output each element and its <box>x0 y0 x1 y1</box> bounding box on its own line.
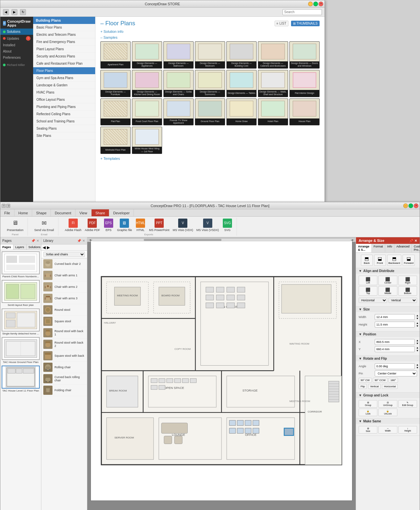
ribbon-btn-ms-powerpoint[interactable]: PPT MS PowerPoint <box>148 218 171 232</box>
pro-minimize[interactable]: — <box>403 203 408 208</box>
arrange-tab-arrange[interactable]: Arrange & S... <box>356 244 372 252</box>
ribbon-tab-document[interactable]: Document <box>51 209 75 216</box>
ribbon-btn-graphic[interactable]: 🖼 Graphic file <box>116 218 134 232</box>
order-btn-front[interactable]: ⬓ Front <box>374 255 386 266</box>
nav-item-ceiling[interactable]: Reflected Ceiling Plans <box>33 111 95 118</box>
nav-item-school[interactable]: School and Training Plans <box>33 118 95 125</box>
thumb-tables[interactable]: Design Elements — Tables <box>226 70 257 97</box>
ribbon-tab-share[interactable]: Share <box>92 209 109 216</box>
ribbon-tab-developer[interactable]: Developer <box>109 209 134 216</box>
ribbon-tab-shape[interactable]: Shape <box>32 209 51 216</box>
thumb-sofas-chairs[interactable]: Design Elements — Sofas and Chairs <box>163 70 194 97</box>
y-up-arrow[interactable]: ▲ <box>416 347 419 349</box>
align-btn-bottom[interactable]: ⬛ Bottom <box>398 286 417 296</box>
samples-toggle[interactable]: – Samples <box>100 35 320 39</box>
y-input[interactable] <box>375 346 415 352</box>
nav-item-landscape[interactable]: Landscape & Garden <box>33 82 95 89</box>
lib-item-rolling-chair[interactable]: Rolling chair <box>41 362 87 373</box>
thumb-food-court[interactable]: Food Court Floor Plan <box>132 98 162 126</box>
thumb-flat-plan[interactable]: Flat Plan <box>100 98 131 126</box>
ribbon-btn-eps[interactable]: EPS EPS <box>102 218 115 232</box>
lib-item-chair-with-arms-1[interactable]: Chair with arms 1 <box>41 270 87 281</box>
thumb-walls[interactable]: Design Elements — Walls, Shell and Struc… <box>258 70 288 97</box>
lib-item-chair-with-arms-2[interactable]: Chair with arms 2 <box>41 281 87 293</box>
flip-horizontal-button[interactable]: Horizontal <box>382 384 398 389</box>
lock-button[interactable]: 🔒 Lock <box>359 409 377 416</box>
thumb-cabinets[interactable]: Design Elements — Cabinets and Bookcases <box>258 41 288 69</box>
lib-item-curved-back-rolling[interactable]: Curved back rolling chair <box>41 373 87 385</box>
size-section-header[interactable]: ▼ Size <box>356 307 420 312</box>
thumb-furniture[interactable]: Design Elements — Furniture <box>100 70 131 97</box>
close-button[interactable]: ✕ <box>319 2 323 6</box>
pro-maximize[interactable]: □ <box>409 203 413 208</box>
width-input[interactable] <box>375 314 415 320</box>
sidebar-item-installed[interactable]: Installed <box>0 42 33 48</box>
thumb-sunrooms[interactable]: Design Elements — Sunrooms <box>195 70 225 97</box>
ribbon-btn-adobe-flash[interactable]: Fl Adobe Flash <box>64 218 83 232</box>
rotate-180-button[interactable]: 180° <box>388 378 398 383</box>
nav-item-floor-plans[interactable]: Floor Plans <box>33 67 95 74</box>
make-same-size-button[interactable]: ⊞ Size <box>359 426 377 434</box>
back-button[interactable]: ◀ <box>3 9 9 15</box>
search-input[interactable] <box>283 9 322 15</box>
forward-button[interactable]: ▶ <box>11 9 17 15</box>
thumb-kitchen[interactable]: Design Elements — Kitchen and Dining Roo… <box>132 70 162 97</box>
page-thumb-1[interactable]: Parent-Child Room Numberin... <box>2 251 40 278</box>
flip-vertical-button[interactable]: Vertical <box>368 384 381 389</box>
thumb-house-plan[interactable]: House Plan <box>289 98 320 126</box>
thumb-hotel-plan[interactable]: Hotel Plan <box>258 98 288 126</box>
group-button[interactable]: ⊞ Group <box>359 400 377 408</box>
order-btn-back[interactable]: ⬒ Back <box>361 255 373 266</box>
thumb-minihotel[interactable]: Minihotel Floor Plan <box>100 127 131 154</box>
nav-item-cafe[interactable]: Cafe and Restaurant Floor Plan <box>33 60 95 67</box>
lib-item-square-stool-back[interactable]: Square stool with back <box>41 350 87 362</box>
nav-item-basic-floor-plans[interactable]: Basic Floor Plans <box>33 24 95 31</box>
thumb-ground-floor[interactable]: Ground Floor Plan <box>195 98 225 126</box>
lib-item-square-stool[interactable]: Square stool <box>41 316 87 327</box>
order-btn-backward[interactable]: ⬒ Backward <box>387 255 401 266</box>
arrange-pin-icon[interactable]: 📌 <box>409 239 413 243</box>
ribbon-tab-home[interactable]: Home <box>14 209 32 216</box>
templates-toggle[interactable]: + Templates <box>100 157 320 160</box>
library-forward-icon[interactable]: ▶ <box>47 245 50 250</box>
thumb-appliances[interactable]: Design Elements — Appliances <box>132 41 162 69</box>
make-same-section-header[interactable]: ▼ Make Same <box>356 418 420 424</box>
pin-select[interactable]: Center-Center Top-Left Top-Right Bottom-… <box>375 371 417 376</box>
thumb-home-draw[interactable]: Home Draw <box>226 98 257 126</box>
list-view-button[interactable]: ≡ LIST <box>275 21 288 26</box>
order-btn-forward[interactable]: ⬓ Forward <box>403 255 415 266</box>
thumb-bathroom[interactable]: Design Elements — Bathroom <box>163 41 194 69</box>
angle-up-arrow[interactable]: ▲ <box>416 364 419 366</box>
thumb-doors-windows[interactable]: Design Elements — Doors and Windows <box>289 41 320 69</box>
align-btn-center[interactable]: ⬛ Center <box>378 276 397 285</box>
rotate-90cw-button[interactable]: 90° CW <box>359 378 372 383</box>
distribute-horizontal-select[interactable]: Horizontal Vertical <box>359 298 387 303</box>
minimize-button[interactable] <box>308 2 313 6</box>
nav-item-security[interactable]: Security and Access Plans <box>33 53 95 60</box>
distribute-vertical-select[interactable]: Vertical Horizontal <box>388 298 417 303</box>
ribbon-btn-svg[interactable]: SVG SVG <box>221 218 234 232</box>
pro-close[interactable]: ✕ <box>414 203 418 208</box>
thumb-flat-interior[interactable]: Flat Interior Design <box>289 70 320 97</box>
ribbon-btn-html[interactable]: HTML HTML <box>134 218 147 232</box>
group-section-header[interactable]: ▼ Group and Lock <box>356 393 420 398</box>
width-up-arrow[interactable]: ▲ <box>416 314 419 317</box>
page-thumb-2[interactable]: Sentō layout floor plan <box>2 280 40 307</box>
nav-item-office[interactable]: Office Layout Plans <box>33 96 95 103</box>
ribbon-tab-file[interactable]: File <box>0 209 14 216</box>
refresh-button[interactable]: ↻ <box>20 9 26 15</box>
page-thumb-3[interactable]: Single-family detached home ... <box>2 308 40 335</box>
canvas-area[interactable]: MEETING ROOM BOARD ROOM OPEN OFFICE <box>87 237 356 510</box>
align-section-header[interactable]: ▼ Align and Distribute <box>356 268 420 274</box>
sidebar-item-preferences[interactable]: Preferences <box>0 54 33 61</box>
lib-item-round-stool-back-2[interactable]: Round stool with back 2 <box>41 339 87 350</box>
ribbon-btn-presentation[interactable]: 🖥 Presentation <box>6 218 25 232</box>
pro-extra-btn[interactable]: ⊞ <box>2 204 6 208</box>
arrange-tab-info[interactable]: Info <box>385 244 394 252</box>
thumb-white-house[interactable]: White House West Wing — 1st Floor <box>132 127 162 154</box>
arrange-tab-advanced[interactable]: Advanced <box>394 244 412 252</box>
ribbon-btn-ms-visio-vdx[interactable]: V MS Visio (VDX) <box>171 218 194 232</box>
rotate-section-header[interactable]: ▼ Rotate and Flip <box>356 356 420 361</box>
ribbon-btn-send-email[interactable]: ✉ Send via Email <box>33 218 55 232</box>
unlock-button[interactable]: 🔓 UnLock <box>378 409 397 416</box>
